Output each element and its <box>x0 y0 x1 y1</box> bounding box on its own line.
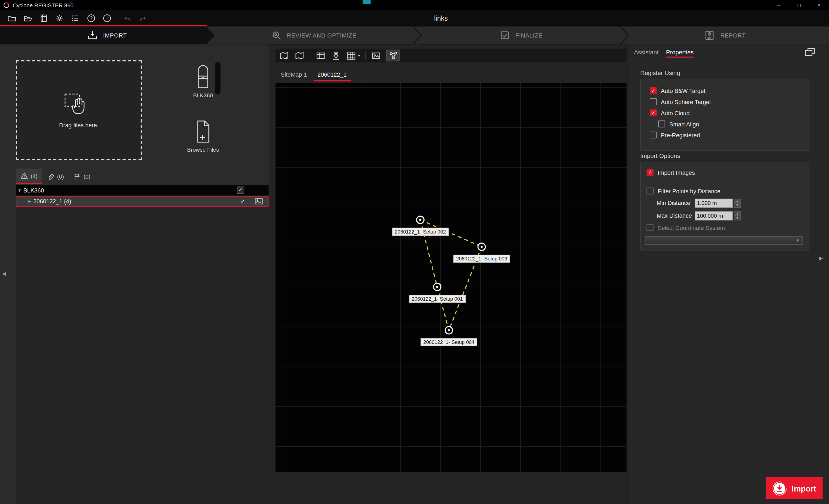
remove-sitemap-icon[interactable] <box>294 50 304 61</box>
info-icon[interactable]: i <box>103 14 111 23</box>
tab-properties[interactable]: Properties <box>666 49 694 57</box>
sitemap-toolbar: ▾ <box>276 49 627 63</box>
help-icon[interactable]: ? <box>87 14 96 23</box>
browse-files-label: Browse Files <box>187 146 219 153</box>
titlebar-artifact <box>363 0 371 4</box>
tab-sitemap-1[interactable]: SiteMap 1 <box>276 68 312 82</box>
image-overlay-icon[interactable] <box>371 50 381 61</box>
step-review-optimize[interactable]: REVIEW AND OPTIMIZE <box>206 26 421 44</box>
option-auto-bw-target: Auto B&W Target <box>650 85 809 96</box>
import-images-checkbox[interactable] <box>647 169 653 176</box>
min-distance-row: Min Distance ▴▾ <box>647 197 809 209</box>
step-label: REPORT <box>720 32 746 39</box>
setup-node[interactable] <box>416 216 425 224</box>
project-library-icon[interactable] <box>39 14 48 23</box>
project-title: links <box>383 10 499 26</box>
option-auto-sphere-target: Auto Sphere Target <box>650 96 809 107</box>
redo-icon[interactable] <box>138 14 147 23</box>
collapse-arrow-icon[interactable]: ▾ <box>16 188 23 193</box>
log-list-icon[interactable] <box>71 14 80 23</box>
max-distance-stepper[interactable]: ▴▾ <box>734 211 741 220</box>
show-links-toggle[interactable] <box>387 50 400 62</box>
option-label: Auto B&W Target <box>661 87 706 94</box>
collapse-right-panel-arrow[interactable]: ▶ <box>819 255 823 261</box>
fit-view-icon[interactable] <box>316 50 326 61</box>
links-icon <box>389 51 398 60</box>
browse-files-button[interactable]: Browse Files <box>180 120 226 153</box>
issue-filter-tabs: (4) (0) (0) <box>16 168 95 184</box>
option-smart-align: Smart Align <box>658 118 809 129</box>
open-project-icon[interactable] <box>24 14 32 23</box>
pre-registered-checkbox[interactable] <box>650 131 656 139</box>
expand-arrow-icon[interactable]: ▸ <box>26 199 33 204</box>
setup-label: 2060122_1- Setup 002 <box>392 228 448 236</box>
import-file-tree: ▾ BLK360 ✓ ▸ 2060122_1 (4) ✓ <box>16 185 268 504</box>
smart-align-checkbox[interactable] <box>658 120 665 127</box>
add-sitemap-icon[interactable] <box>279 50 289 61</box>
new-project-icon[interactable] <box>7 14 16 23</box>
tab-attachments[interactable]: (0) <box>42 168 69 184</box>
tab-assistant[interactable]: Assistant <box>634 49 659 57</box>
tree-row-blk360[interactable]: ▾ BLK360 ✓ <box>16 185 268 195</box>
setup-node[interactable] <box>477 242 486 251</box>
drag-hand-icon <box>64 92 94 116</box>
import-options-group: Import Images Filter Points by Distance … <box>640 162 809 250</box>
auto-sphere-target-checkbox[interactable] <box>650 99 656 105</box>
option-import-images: Import Images <box>647 167 809 178</box>
option-coordinate-system: Select Coordinate System <box>647 222 809 233</box>
dropzone-label: Drag files here. <box>59 122 99 128</box>
layout-windows-icon[interactable] <box>805 47 816 56</box>
warning-count: (4) <box>31 172 38 179</box>
grid-icon[interactable] <box>346 50 356 61</box>
step-import[interactable]: IMPORT <box>0 26 214 44</box>
sitemap-canvas[interactable]: 2060122_1- Setup 0022060122_1- Setup 003… <box>276 83 627 472</box>
properties-panel: Assistant Properties Register Using Auto… <box>627 44 829 504</box>
tab-warnings[interactable]: (4) <box>16 168 42 184</box>
max-distance-input[interactable] <box>695 211 733 220</box>
option-pre-registered: Pre-Registered <box>650 129 809 141</box>
finalize-step-icon <box>499 30 511 41</box>
tab-2060122-1[interactable]: 2060122_1 <box>312 68 352 82</box>
window-title: Cyclone REGISTER 360 <box>13 2 73 8</box>
blk360-device-button[interactable]: BLK360 <box>186 63 220 98</box>
collapse-left-panel-arrow[interactable]: ◀ <box>2 270 6 276</box>
maximize-button[interactable]: □ <box>789 0 809 10</box>
minimize-button[interactable]: – <box>769 0 789 10</box>
chevron-down-icon: ▾ <box>796 238 799 243</box>
coordinate-system-dropdown: ▾ <box>645 236 803 245</box>
settings-gear-icon[interactable] <box>55 14 64 23</box>
blk360-device-image <box>215 62 220 94</box>
tab-flags[interactable]: (0) <box>69 168 95 184</box>
coordinate-system-checkbox <box>647 224 653 231</box>
filter-points-checkbox[interactable] <box>647 188 653 194</box>
grid-dropdown-caret[interactable]: ▾ <box>358 53 360 57</box>
browse-files-icon <box>195 120 211 143</box>
warning-icon <box>21 172 28 179</box>
toolbar-separator <box>365 51 366 60</box>
max-distance-label: Max Distance <box>656 212 695 219</box>
child-check-icon: ✓ <box>241 198 245 205</box>
child-image-icon[interactable] <box>255 198 263 204</box>
close-button[interactable]: × <box>809 0 829 10</box>
min-distance-stepper[interactable]: ▴▾ <box>734 198 741 207</box>
step-finalize[interactable]: FINALIZE <box>413 26 628 44</box>
setup-node[interactable] <box>433 283 441 291</box>
option-label: Import Images <box>658 169 695 176</box>
setup-node[interactable] <box>445 326 453 334</box>
option-label: Select Coordinate System <box>658 224 725 231</box>
min-distance-input[interactable] <box>695 198 733 207</box>
active-step-indicator <box>0 25 207 26</box>
step-report[interactable]: REPORT <box>621 26 829 44</box>
drag-files-dropzone[interactable]: Drag files here. <box>16 60 142 160</box>
report-step-icon <box>704 30 716 41</box>
setup-pin-icon[interactable] <box>331 50 341 61</box>
undo-icon[interactable] <box>123 14 132 23</box>
import-button[interactable]: Import <box>766 477 823 499</box>
option-filter-points: Filter Points by Distance <box>647 185 809 197</box>
auto-bw-target-checkbox[interactable] <box>650 87 656 94</box>
auto-cloud-checkbox[interactable] <box>650 109 656 116</box>
root-checkbox[interactable]: ✓ <box>237 187 244 194</box>
tree-row-2060122-1[interactable]: ▸ 2060122_1 (4) ✓ <box>16 196 268 206</box>
blk360-label: BLK360 <box>193 92 213 98</box>
sitemap-tabs: SiteMap 1 2060122_1 <box>276 68 627 82</box>
